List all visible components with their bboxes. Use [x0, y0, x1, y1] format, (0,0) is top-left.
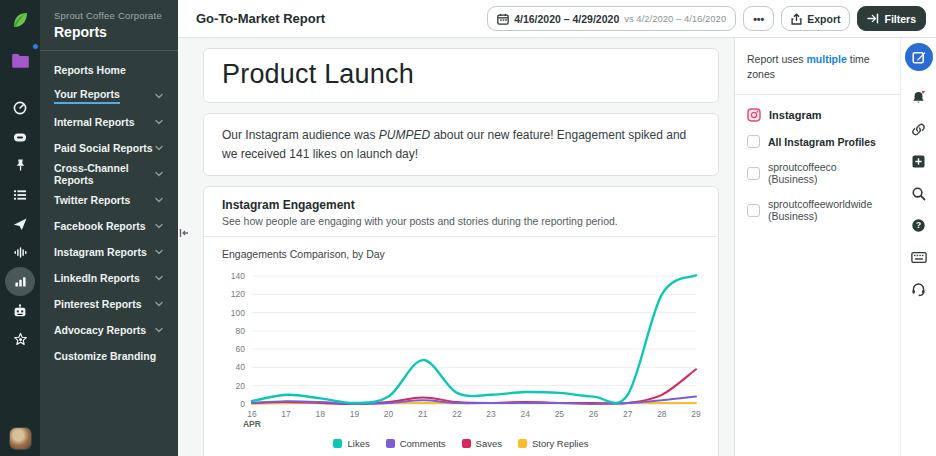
feeds-list-icon[interactable]: [5, 180, 35, 209]
inbox-icon[interactable]: [5, 122, 35, 151]
svg-text:21: 21: [418, 409, 428, 419]
legend-item-likes[interactable]: Likes: [333, 438, 369, 449]
publishing-plane-icon[interactable]: [5, 209, 35, 238]
link-icon[interactable]: [911, 113, 926, 145]
note-emphasis: PUMPED: [379, 128, 430, 142]
advocacy-star-icon[interactable]: [5, 325, 35, 354]
calendar-icon: [497, 13, 509, 25]
note-text: Our Instagram audience was PUMPED about …: [204, 114, 718, 175]
sidebar-item-cross-channel-reports[interactable]: Cross-Channel Reports: [54, 161, 164, 187]
instagram-section-header[interactable]: Instagram: [747, 108, 888, 122]
checkbox[interactable]: [747, 135, 760, 148]
smart-inbox-folder-icon[interactable]: [5, 46, 35, 75]
instagram-engagement-widget[interactable]: Instagram Engagement See how people are …: [203, 186, 719, 456]
reports-menu: Sprout Coffee Corporate Reports Reports …: [40, 0, 178, 456]
support-headset-icon[interactable]: [911, 273, 926, 305]
legend-label: Likes: [347, 438, 369, 449]
svg-text:22: 22: [452, 409, 462, 419]
sprout-logo-icon[interactable]: [8, 8, 32, 32]
svg-text:24: 24: [521, 409, 531, 419]
sidebar-item-label: Internal Reports: [54, 116, 135, 128]
legend-label: Comments: [400, 438, 446, 449]
workspace-name: Sprout Coffee Corporate: [54, 10, 164, 21]
automation-bot-icon[interactable]: [5, 296, 35, 325]
sidebar-collapse-handle[interactable]: [179, 224, 189, 242]
app-window: Sprout Coffee Corporate Reports Reports …: [0, 0, 936, 456]
notifications-bell-icon[interactable]: [911, 81, 926, 113]
svg-text:27: 27: [623, 409, 633, 419]
profile-checkbox-sproutcoffeeworldwide-business[interactable]: sproutcoffeeworldwide (Business): [747, 198, 888, 222]
chart-area: Engagements Comparison, by Day 020406080…: [204, 237, 718, 456]
keyboard-shortcuts-icon[interactable]: [911, 241, 927, 273]
svg-text:16: 16: [247, 409, 257, 419]
svg-text:25: 25: [555, 409, 565, 419]
sidebar-item-linkedin-reports[interactable]: LinkedIn Reports: [54, 265, 164, 291]
more-options-button[interactable]: •••: [743, 6, 774, 31]
sidebar-item-internal-reports[interactable]: Internal Reports: [54, 109, 164, 135]
legend-item-comments[interactable]: Comments: [386, 438, 446, 449]
svg-text:120: 120: [231, 290, 245, 300]
date-compare-text: vs 4/2/2020 – 4/16/2020: [624, 13, 726, 24]
sidebar-item-label: Cross-Channel Reports: [54, 162, 154, 186]
legend-swatch: [462, 439, 471, 448]
chevron-down-icon: [154, 299, 164, 309]
sidebar-item-customize-branding[interactable]: Customize Branding: [54, 343, 164, 369]
compose-button[interactable]: [905, 43, 933, 71]
svg-text:?: ?: [916, 220, 921, 230]
profile-label: All Instagram Profiles: [768, 136, 876, 148]
filters-icon: [867, 13, 879, 24]
search-icon[interactable]: [911, 177, 926, 209]
reports-bars-icon[interactable]: [5, 267, 35, 296]
user-avatar[interactable]: [9, 427, 32, 450]
text-widget[interactable]: Our Instagram audience was PUMPED about …: [203, 113, 719, 176]
profile-label: sproutcoffeeco (Business): [768, 161, 888, 185]
profile-checkbox-all-instagram-profiles[interactable]: All Instagram Profiles: [747, 135, 888, 148]
svg-text:23: 23: [486, 409, 496, 419]
date-range-button[interactable]: 4/16/2020 – 4/29/2020 vs 4/2/2020 – 4/16…: [487, 6, 736, 31]
svg-text:28: 28: [657, 409, 667, 419]
chevron-down-icon: [154, 221, 164, 231]
chevron-down-icon: [154, 195, 164, 205]
sidebar-item-label: Twitter Reports: [54, 194, 130, 206]
add-square-icon[interactable]: [911, 145, 926, 177]
sidebar-item-instagram-reports[interactable]: Instagram Reports: [54, 239, 164, 265]
sidebar-item-advocacy-reports[interactable]: Advocacy Reports: [54, 317, 164, 343]
listening-waves-icon[interactable]: [5, 238, 35, 267]
timezone-link[interactable]: multiple: [807, 53, 847, 65]
panel-divider: [735, 94, 900, 95]
checkbox[interactable]: [747, 167, 760, 180]
sidebar-item-reports-home[interactable]: Reports Home: [54, 57, 164, 83]
filters-button[interactable]: Filters: [857, 6, 926, 31]
chevron-down-icon: [154, 117, 164, 127]
svg-text:18: 18: [316, 409, 326, 419]
sidebar-item-pinterest-reports[interactable]: Pinterest Reports: [54, 291, 164, 317]
legend-label: Story Replies: [532, 438, 589, 449]
sidebar-item-label: Instagram Reports: [54, 246, 147, 258]
sidebar-item-your-reports[interactable]: Your Reports: [54, 83, 164, 109]
legend-item-story-replies[interactable]: Story Replies: [518, 438, 589, 449]
chevron-down-icon: [154, 143, 164, 153]
widget-header: Instagram Engagement See how people are …: [204, 187, 718, 237]
svg-text:17: 17: [281, 409, 291, 419]
title-widget[interactable]: Product Launch: [203, 48, 719, 103]
sidebar-item-facebook-reports[interactable]: Facebook Reports: [54, 213, 164, 239]
sidebar-item-twitter-reports[interactable]: Twitter Reports: [54, 187, 164, 213]
export-icon: [791, 13, 802, 25]
dashboard-gauge-icon[interactable]: [5, 93, 35, 122]
profile-checkbox-sproutcoffeeco-business[interactable]: sproutcoffeeco (Business): [747, 161, 888, 185]
svg-text:20: 20: [236, 381, 246, 391]
svg-text:29: 29: [691, 409, 701, 419]
legend-item-saves[interactable]: Saves: [462, 438, 502, 449]
svg-text:80: 80: [236, 326, 246, 336]
help-icon[interactable]: ?: [911, 209, 926, 241]
profile-label: sproutcoffeeworldwide (Business): [768, 198, 888, 222]
chevron-down-icon: [154, 273, 164, 283]
checkbox[interactable]: [747, 204, 760, 217]
engagement-line-chart: 0204060801001201401617181920212223242526…: [218, 264, 704, 432]
chart-title: Engagements Comparison, by Day: [222, 248, 704, 260]
pin-tasks-icon[interactable]: [5, 151, 35, 180]
svg-text:20: 20: [384, 409, 394, 419]
sidebar-item-paid-social-reports[interactable]: Paid Social Reports: [54, 135, 164, 161]
export-button[interactable]: Export: [781, 6, 850, 31]
sidebar-item-label: Facebook Reports: [54, 220, 146, 232]
